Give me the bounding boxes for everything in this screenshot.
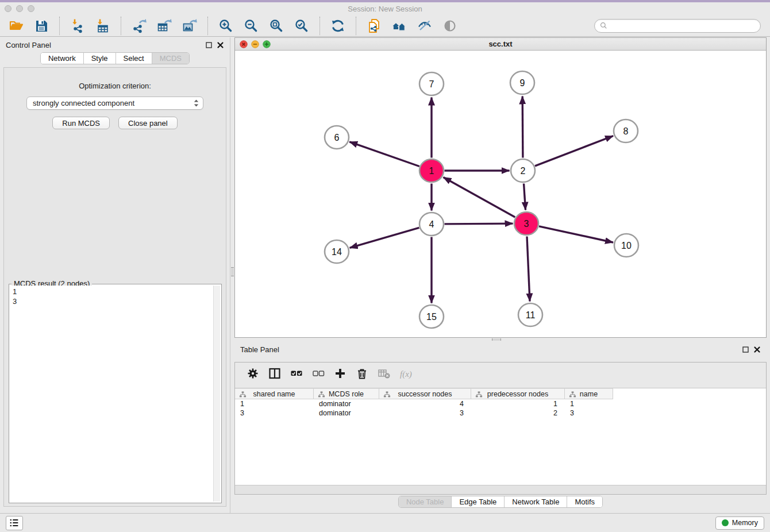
tab-motifs[interactable]: Motifs (567, 496, 602, 507)
run-mcds-button[interactable]: Run MCDS (52, 117, 110, 129)
graph-edge-3-1[interactable] (444, 177, 515, 217)
close-panel-icon[interactable] (217, 41, 224, 49)
minimize-window-button[interactable] (16, 5, 23, 12)
column-header-MCDS-role[interactable]: MCDS role (314, 388, 379, 399)
zoom-in-icon[interactable] (218, 18, 234, 34)
deselect-all-icon[interactable] (311, 366, 326, 381)
close-panel-icon[interactable] (753, 346, 761, 353)
show-all-icon (442, 18, 458, 34)
graph-node-2[interactable]: 2 (511, 159, 535, 182)
refresh-network-icon[interactable] (330, 18, 346, 34)
save-session-icon[interactable] (33, 18, 49, 34)
table-cell[interactable]: dominator (314, 399, 379, 408)
tab-style[interactable]: Style (83, 53, 116, 64)
float-panel-icon[interactable] (742, 346, 749, 353)
zoom-selected-icon[interactable] (294, 18, 310, 34)
column-header-successor-nodes[interactable]: successor nodes (379, 388, 471, 399)
hide-selected-icon[interactable] (417, 18, 433, 34)
close-panel-button[interactable]: Close panel (118, 117, 178, 129)
graph-node-4[interactable]: 4 (419, 213, 444, 236)
graph-node-9[interactable]: 9 (510, 71, 534, 94)
zoom-fit-icon[interactable] (268, 18, 284, 34)
maximize-window-button[interactable] (28, 5, 34, 12)
tab-node-table[interactable]: Node Table (399, 496, 452, 507)
graph-edge-4-14[interactable] (350, 228, 419, 248)
horizontal-splitter[interactable] (234, 338, 767, 342)
table-cell[interactable]: dominator (314, 408, 379, 418)
zoom-out-icon[interactable] (243, 18, 259, 34)
graph-node-6[interactable]: 6 (325, 126, 349, 149)
table-cell[interactable]: 1 (235, 399, 314, 408)
splitter-grip[interactable] (492, 338, 501, 341)
graph-edge-3-11[interactable] (527, 237, 530, 302)
graph-node-7[interactable]: 7 (419, 72, 444, 95)
table-scroll-strip[interactable] (235, 485, 766, 494)
tab-network[interactable]: Network (41, 53, 83, 64)
task-history-button[interactable] (6, 516, 23, 530)
column-header-shared-name[interactable]: shared name (235, 388, 314, 399)
table-cell[interactable]: 3 (565, 408, 613, 418)
table-body: 1dominator4113dominator323 (235, 399, 766, 418)
close-window-button[interactable] (5, 5, 11, 12)
column-header-name[interactable]: name (565, 388, 613, 399)
zoom-network-icon[interactable] (263, 40, 271, 48)
table-settings-icon[interactable] (245, 366, 260, 381)
graph-edge-2-3[interactable] (524, 184, 526, 210)
split-panel-icon[interactable] (267, 366, 282, 381)
graph-node-3[interactable]: 3 (514, 212, 538, 235)
close-network-icon[interactable] (240, 40, 248, 48)
table-cell[interactable]: 2 (471, 408, 565, 418)
table-row[interactable]: 1dominator411 (235, 399, 766, 408)
graph-edge-2-8[interactable] (535, 136, 613, 166)
table-row[interactable]: 3dominator323 (235, 408, 766, 418)
table-cell[interactable]: 1 (471, 399, 565, 408)
column-header-predecessor-nodes[interactable]: predecessor nodes (471, 388, 565, 399)
add-column-icon[interactable] (333, 366, 348, 381)
search-field[interactable] (594, 19, 761, 33)
graph-node-15[interactable]: 15 (419, 305, 444, 328)
table-cell[interactable]: 1 (565, 399, 613, 408)
memory-button[interactable]: Memory (715, 516, 764, 530)
graph-node-11[interactable]: 11 (518, 303, 542, 326)
splitter-grip[interactable] (231, 267, 234, 276)
graph-node-14[interactable]: 14 (325, 240, 349, 263)
graph-node-label: 15 (426, 312, 437, 322)
home-icon[interactable] (391, 18, 407, 34)
mcds-result-item[interactable]: 3 (13, 296, 211, 306)
criterion-select[interactable]: strongly connected component (26, 97, 203, 110)
graph-node-8[interactable]: 8 (614, 119, 638, 142)
tab-mcds[interactable]: MCDS (152, 53, 189, 64)
tab-edge-table[interactable]: Edge Table (451, 496, 504, 507)
delete-column-icon[interactable] (355, 366, 369, 381)
search-input[interactable] (611, 21, 756, 30)
tab-select[interactable]: Select (116, 53, 152, 64)
mcds-result-list[interactable]: 13 (10, 286, 213, 502)
export-network-icon[interactable] (131, 18, 147, 34)
graph-node-10[interactable]: 10 (614, 234, 638, 257)
control-panel-title: Control Panel (6, 41, 51, 49)
network-canvas[interactable]: 7968124314101511 (235, 51, 766, 337)
export-table-icon[interactable] (156, 18, 172, 34)
result-scrollbar[interactable] (213, 286, 220, 502)
graph-edge-4-3[interactable] (445, 223, 513, 224)
graph-node-label: 3 (524, 219, 529, 229)
minimize-network-icon[interactable] (251, 40, 259, 48)
import-network-icon[interactable] (70, 18, 86, 34)
export-image-icon[interactable] (182, 18, 198, 34)
import-table-icon[interactable] (95, 18, 111, 34)
graph-node-1[interactable]: 1 (419, 159, 444, 182)
graph-edge-1-6[interactable] (349, 142, 419, 167)
table-cell[interactable]: 3 (235, 408, 314, 418)
vertical-splitter[interactable] (230, 37, 234, 513)
graph-edge-2-9[interactable] (522, 97, 523, 158)
new-network-from-selection-icon[interactable] (366, 18, 382, 34)
float-panel-icon[interactable] (205, 41, 213, 49)
function-builder-icon: f(x) (398, 366, 413, 381)
table-cell[interactable]: 4 (379, 399, 471, 408)
tab-network-table[interactable]: Network Table (504, 496, 567, 507)
select-all-icon[interactable] (289, 366, 304, 381)
table-cell[interactable]: 3 (379, 408, 471, 418)
open-file-icon[interactable] (8, 18, 24, 34)
mcds-result-item[interactable]: 1 (13, 287, 211, 296)
graph-edge-3-10[interactable] (539, 226, 613, 242)
